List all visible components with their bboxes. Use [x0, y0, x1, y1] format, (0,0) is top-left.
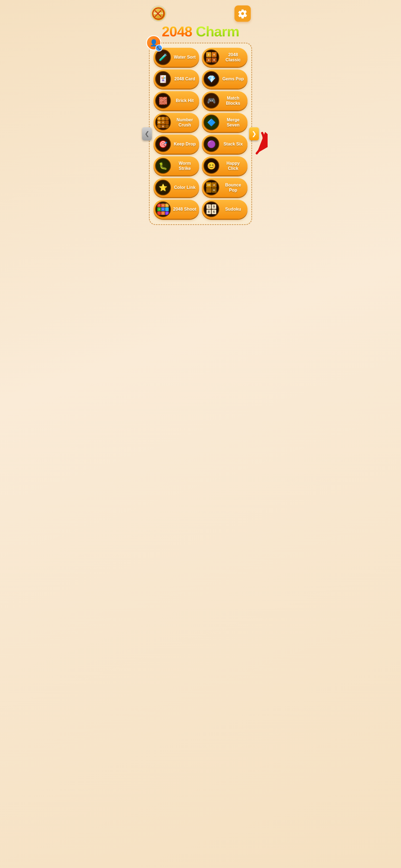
- game-happy-click[interactable]: 😊 Happy Click: [202, 156, 248, 175]
- no-ads-button[interactable]: NO ADS: [150, 5, 167, 22]
- happy-click-label: Happy Click: [222, 161, 245, 171]
- games-grid: 🧪 Water Sort 2 0 4 8 2048 Classic: [153, 48, 248, 219]
- worm-strike-icon: 🐛: [155, 158, 171, 174]
- 2048-card-label: 2048 Card: [173, 76, 196, 82]
- bounce-pop-icon: 108 16 32: [203, 180, 219, 195]
- 2048-classic-icon: 2 0 4 8: [203, 50, 219, 65]
- game-gems-pop[interactable]: 💎 Gems Pop: [202, 69, 248, 89]
- brick-hit-icon: 🧱: [155, 93, 171, 108]
- gems-pop-icon: 💎: [203, 71, 219, 87]
- nav-left-button[interactable]: ❮: [142, 127, 152, 140]
- keep-drop-label: Keep Drop: [173, 142, 196, 147]
- header-row: NO ADS: [149, 5, 252, 22]
- stack-six-label: Stack Six: [222, 142, 245, 147]
- number-crush-icon: 4 2 64 4 32: [155, 115, 171, 130]
- match-blocks-label: Match Blocks: [222, 96, 245, 106]
- game-color-link[interactable]: ⭐ Color Link: [153, 178, 199, 197]
- game-sudoku[interactable]: 1 9 8 6 Sudoku: [202, 200, 248, 219]
- phone-icon: 📞: [155, 44, 163, 52]
- keep-drop-icon: 🎯: [155, 136, 171, 152]
- game-brick-hit[interactable]: 🧱 Brick Hit: [153, 91, 199, 110]
- game-keep-drop[interactable]: 🎯 Keep Drop: [153, 135, 199, 154]
- profile-icon[interactable]: 👤 📞: [146, 35, 164, 53]
- game-2048-shoot[interactable]: 2 4 1 4 8 2 4 2048 Shoot: [153, 200, 199, 219]
- game-worm-strike[interactable]: 🐛 Worm Strike: [153, 156, 199, 175]
- color-link-label: Color Link: [173, 185, 196, 190]
- game-bounce-pop[interactable]: 108 16 32 Bounce Pop: [202, 178, 248, 197]
- game-2048-classic[interactable]: 2 0 4 8 2048 Classic: [202, 48, 248, 67]
- page-container: NO ADS 👤 📞 2048 Charm ❮ ❯: [149, 5, 252, 225]
- app-title: 2048 Charm: [149, 24, 252, 38]
- match-blocks-icon: 🎮: [203, 93, 219, 108]
- sudoku-icon: 1 9 8 6: [203, 202, 219, 217]
- merge-seven-label: Merge Seven: [222, 117, 245, 128]
- main-panel: ❮ ❯ 🧪 Wate: [149, 42, 252, 225]
- 2048-shoot-icon: 2 4 1 4 8 2 4: [155, 202, 171, 217]
- game-match-blocks[interactable]: 🎮 Match Blocks: [202, 91, 248, 110]
- number-crush-label: Number Crush: [173, 117, 196, 128]
- 2048-classic-label: 2048 Classic: [222, 52, 245, 62]
- game-stack-six[interactable]: 🟣 Stack Six: [202, 135, 248, 154]
- gear-icon: [238, 9, 248, 19]
- gems-pop-label: Gems Pop: [222, 76, 245, 82]
- happy-click-icon: 😊: [203, 158, 219, 174]
- no-ads-cross-icon: [152, 8, 164, 20]
- merge-seven-icon: 🔷: [203, 115, 219, 130]
- red-arrow-indicator: [246, 130, 267, 158]
- 2048-shoot-label: 2048 Shoot: [173, 207, 196, 212]
- left-arrow-icon: ❮: [145, 130, 149, 137]
- game-merge-seven[interactable]: 🔷 Merge Seven: [202, 113, 248, 132]
- stack-six-icon: 🟣: [203, 136, 219, 152]
- game-number-crush[interactable]: 4 2 64 4 32 Number Crush: [153, 113, 199, 132]
- title-word: Charm: [196, 24, 239, 39]
- brick-hit-label: Brick Hit: [173, 98, 196, 103]
- sudoku-label: Sudoku: [222, 207, 245, 212]
- color-link-icon: ⭐: [155, 180, 171, 195]
- settings-button[interactable]: [234, 5, 251, 22]
- worm-strike-label: Worm Strike: [173, 161, 196, 171]
- bounce-pop-label: Bounce Pop: [222, 182, 245, 193]
- title-number: 2048: [162, 24, 192, 39]
- 2048-card-icon: 🃏: [155, 71, 171, 87]
- water-sort-label: Water Sort: [173, 55, 196, 60]
- game-2048-card[interactable]: 🃏 2048 Card: [153, 69, 199, 89]
